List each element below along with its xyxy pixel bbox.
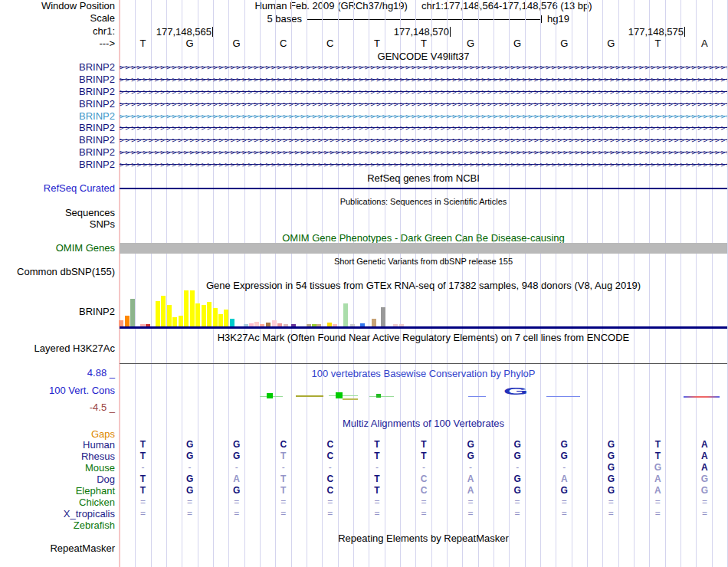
gene-arrow-row[interactable]: >>>>>>>>>>>>>>>>>>>>>>>>>>>>>>>>>>>>>>>>…: [120, 63, 727, 72]
track-label-vert-cons[interactable]: 100 Vert. Cons: [0, 385, 115, 396]
gene-label-brinp2[interactable]: BRINP2: [0, 74, 115, 85]
gene-arrow-row[interactable]: >>>>>>>>>>>>>>>>>>>>>>>>>>>>>>>>>>>>>>>>…: [120, 112, 727, 121]
species-label-zebrafish[interactable]: Zebrafish: [0, 520, 115, 531]
transcription-direction-arrows: >>>>>>>>>>>>>>>>>>>>>>>>>>>>>>>>>>>>>>>>…: [120, 136, 727, 145]
sequence-base: A: [693, 38, 716, 49]
gene-arrow-row[interactable]: >>>>>>>>>>>>>>>>>>>>>>>>>>>>>>>>>>>>>>>>…: [120, 136, 727, 145]
multiz-base: G: [181, 440, 199, 450]
phylop-max-value: 4.88 _: [0, 368, 115, 379]
gene-label-brinp2[interactable]: BRINP2: [0, 111, 115, 122]
phylop-min-value: -4.5 _: [0, 402, 115, 413]
gtex-tissue-bar: [343, 303, 348, 326]
multiz-base: C: [321, 451, 339, 461]
multiz-base: A: [648, 486, 667, 496]
track-label-layered-h3k27ac[interactable]: Layered H3K27Ac: [0, 343, 115, 354]
transcription-direction-arrows: >>>>>>>>>>>>>>>>>>>>>>>>>>>>>>>>>>>>>>>>…: [120, 63, 727, 72]
sequence-base: G: [599, 38, 622, 49]
multiz-base: T: [134, 486, 152, 496]
track-label-repeatmasker[interactable]: RepeatMasker: [0, 543, 115, 554]
window-position-label: Window Position: [0, 1, 115, 11]
chrom-label: chr1:: [0, 26, 115, 37]
gene-arrow-row[interactable]: >>>>>>>>>>>>>>>>>>>>>>>>>>>>>>>>>>>>>>>>…: [120, 75, 727, 84]
h3k27ac-baseline: [120, 363, 727, 364]
sequence-base: C: [272, 38, 295, 49]
phylop-mark: [468, 396, 486, 397]
gene-arrow-row[interactable]: >>>>>>>>>>>>>>>>>>>>>>>>>>>>>>>>>>>>>>>>…: [120, 123, 727, 133]
species-label-rhesus[interactable]: Rhesus: [0, 451, 115, 462]
multiz-base: C: [321, 486, 339, 496]
gene-label-brinp2[interactable]: BRINP2: [0, 62, 115, 73]
multiz-base: G: [181, 451, 199, 461]
gene-arrow-row[interactable]: >>>>>>>>>>>>>>>>>>>>>>>>>>>>>>>>>>>>>>>>…: [120, 100, 727, 109]
gene-label-brinp2[interactable]: BRINP2: [0, 123, 115, 133]
gene-arrow-row[interactable]: >>>>>>>>>>>>>>>>>>>>>>>>>>>>>>>>>>>>>>>>…: [120, 87, 727, 97]
species-label-human[interactable]: Human: [0, 440, 115, 451]
ruler-tick: [684, 27, 685, 37]
multiz-base: =: [508, 497, 526, 507]
multiz-base: =: [228, 497, 246, 507]
sequence-base: C: [319, 38, 342, 49]
gene-arrow-row[interactable]: >>>>>>>>>>>>>>>>>>>>>>>>>>>>>>>>>>>>>>>>…: [120, 160, 727, 169]
multiz-base: A: [461, 486, 480, 496]
multiz-base: G: [695, 486, 713, 496]
gene-arrow-row[interactable]: >>>>>>>>>>>>>>>>>>>>>>>>>>>>>>>>>>>>>>>>…: [120, 148, 727, 157]
multiz-base: =: [228, 509, 246, 519]
track-label-snps[interactable]: SNPs: [0, 219, 115, 230]
track-label-refseq-curated[interactable]: RefSeq Curated: [0, 183, 115, 194]
gene-label-brinp2[interactable]: BRINP2: [0, 87, 115, 97]
sequence-base: T: [366, 38, 389, 49]
genome-browser: Human Feb. 2009 (GRCh37/hg19)chr1:177,14…: [0, 0, 728, 567]
track-label-omim-genes[interactable]: OMIM Genes: [0, 243, 115, 254]
refseq-curated-line[interactable]: [120, 188, 727, 189]
transcription-direction-arrows: >>>>>>>>>>>>>>>>>>>>>>>>>>>>>>>>>>>>>>>>…: [120, 160, 727, 169]
gtex-tissue-bar: [195, 303, 200, 326]
multiz-base: C: [321, 474, 339, 484]
multiz-base: =: [134, 509, 152, 519]
title-gtex: Gene Expression in 54 tissues from GTEx …: [120, 280, 727, 290]
species-label-mouse[interactable]: Mouse: [0, 463, 115, 474]
track-label-common-dbsnp[interactable]: Common dbSNP(155): [0, 267, 115, 277]
gtex-tissue-bar: [213, 308, 218, 326]
multiz-base: C: [321, 440, 339, 450]
gtex-tissue-bar: [224, 310, 228, 326]
multiz-base: A: [695, 463, 713, 473]
multiz-base: T: [648, 440, 667, 450]
multiz-base: =: [415, 509, 433, 519]
species-label-gaps[interactable]: Gaps: [0, 429, 115, 440]
gene-label-brinp2[interactable]: BRINP2: [0, 99, 115, 110]
ruler-tick: [212, 27, 213, 37]
track-label-gtex-gene[interactable]: BRINP2: [0, 306, 115, 317]
multiz-base: G: [602, 486, 620, 496]
multiz-base: =: [695, 497, 713, 507]
species-label-dog[interactable]: Dog: [0, 474, 115, 485]
gtex-tissue-bar: [125, 316, 130, 326]
multiz-base: T: [368, 440, 386, 450]
scale-label: Scale: [0, 13, 115, 24]
transcription-direction-arrows: >>>>>>>>>>>>>>>>>>>>>>>>>>>>>>>>>>>>>>>>…: [120, 112, 727, 121]
multiz-base: G: [508, 440, 526, 450]
track-label-sequences[interactable]: Sequences: [0, 208, 115, 218]
multiz-base: -: [228, 463, 246, 473]
multiz-base: T: [368, 486, 386, 496]
multiz-base: G: [181, 474, 199, 484]
species-label-chicken[interactable]: Chicken: [0, 497, 115, 508]
gene-label-brinp2[interactable]: BRINP2: [0, 147, 115, 158]
species-label-x_tropicalis[interactable]: X_tropicalis: [0, 509, 115, 519]
gene-label-brinp2[interactable]: BRINP2: [0, 135, 115, 146]
multiz-base: C: [415, 474, 433, 484]
gene-label-brinp2[interactable]: BRINP2: [0, 159, 115, 170]
gtex-tissue-bar: [381, 307, 385, 326]
omim-genes-bar[interactable]: [120, 243, 727, 254]
multiz-base: T: [134, 474, 152, 484]
multiz-base: =: [695, 509, 713, 519]
phylop-mark: [336, 392, 343, 398]
multiz-base: G: [555, 451, 573, 461]
title-multiz: Multiz Alignments of 100 Vertebrates: [120, 418, 727, 428]
multiz-base: T: [134, 451, 152, 461]
title-dbsnp: Short Genetic Variants from dbSNP releas…: [120, 257, 727, 267]
multiz-base: C: [274, 440, 293, 450]
phylop-mark: [329, 395, 358, 396]
species-label-elephant[interactable]: Elephant: [0, 486, 115, 497]
gtex-tissue-bar: [161, 296, 166, 326]
sequence-base: G: [225, 38, 248, 49]
